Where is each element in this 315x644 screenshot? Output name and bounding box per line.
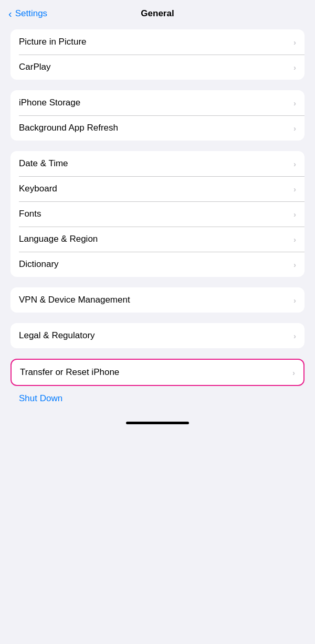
date-time-label: Date & Time <box>19 158 68 169</box>
settings-group-1: Picture in Picture › CarPlay › <box>10 29 304 80</box>
chevron-right-icon: › <box>293 99 296 108</box>
page-title: General <box>141 8 174 19</box>
settings-group-5: Legal & Regulatory › <box>10 323 304 348</box>
legal-regulatory-row[interactable]: Legal & Regulatory › <box>10 323 304 348</box>
background-app-refresh-row[interactable]: Background App Refresh › <box>10 115 304 141</box>
language-region-label: Language & Region <box>19 234 98 244</box>
chevron-right-icon: › <box>293 185 296 194</box>
chevron-right-icon: › <box>293 63 296 72</box>
chevron-right-icon: › <box>293 124 296 133</box>
vpn-device-management-label: VPN & Device Management <box>19 295 130 305</box>
fonts-label: Fonts <box>19 209 41 219</box>
back-label: Settings <box>15 8 47 19</box>
home-indicator <box>0 411 315 430</box>
chevron-right-icon: › <box>292 368 295 377</box>
header: ‹ Settings General <box>0 0 315 23</box>
dictionary-row[interactable]: Dictionary › <box>10 252 304 277</box>
background-app-refresh-label: Background App Refresh <box>19 123 118 133</box>
carplay-row[interactable]: CarPlay › <box>10 55 304 80</box>
home-bar <box>126 422 189 424</box>
transfer-reset-group: Transfer or Reset iPhone › <box>10 359 304 386</box>
chevron-right-icon: › <box>293 296 296 305</box>
back-chevron-icon: ‹ <box>8 8 12 19</box>
chevron-right-icon: › <box>293 38 296 47</box>
keyboard-label: Keyboard <box>19 184 57 194</box>
picture-in-picture-row[interactable]: Picture in Picture › <box>10 29 304 55</box>
language-region-row[interactable]: Language & Region › <box>10 227 304 252</box>
fonts-row[interactable]: Fonts › <box>10 201 304 227</box>
chevron-right-icon: › <box>293 235 296 244</box>
shut-down-container: Shut Down <box>10 386 304 411</box>
shut-down-button[interactable]: Shut Down <box>19 393 62 404</box>
chevron-right-icon: › <box>293 331 296 340</box>
settings-group-2: iPhone Storage › Background App Refresh … <box>10 90 304 141</box>
keyboard-row[interactable]: Keyboard › <box>10 176 304 201</box>
legal-regulatory-label: Legal & Regulatory <box>19 330 95 341</box>
transfer-reset-label: Transfer or Reset iPhone <box>20 367 119 378</box>
dictionary-label: Dictionary <box>19 259 59 270</box>
vpn-device-management-row[interactable]: VPN & Device Management › <box>10 287 304 313</box>
settings-group-4: VPN & Device Management › <box>10 287 304 313</box>
chevron-right-icon: › <box>293 159 296 168</box>
picture-in-picture-label: Picture in Picture <box>19 37 87 47</box>
iphone-storage-label: iPhone Storage <box>19 98 80 108</box>
chevron-right-icon: › <box>293 260 296 269</box>
back-button[interactable]: ‹ Settings <box>8 8 47 19</box>
carplay-label: CarPlay <box>19 62 50 72</box>
chevron-right-icon: › <box>293 210 296 219</box>
iphone-storage-row[interactable]: iPhone Storage › <box>10 90 304 115</box>
date-time-row[interactable]: Date & Time › <box>10 151 304 176</box>
settings-group-3: Date & Time › Keyboard › Fonts › Languag… <box>10 151 304 277</box>
transfer-reset-row[interactable]: Transfer or Reset iPhone › <box>12 360 303 385</box>
settings-container: Picture in Picture › CarPlay › iPhone St… <box>0 23 315 411</box>
